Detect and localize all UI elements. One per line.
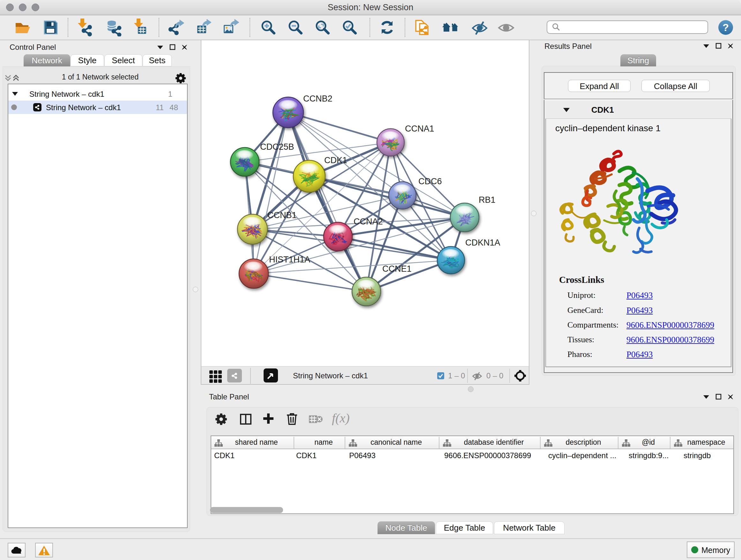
svg-text:RB1: RB1 [479, 195, 495, 205]
svg-text:CCNB2: CCNB2 [303, 94, 333, 104]
svg-text:CCNB1: CCNB1 [267, 210, 297, 220]
svg-text:CCNE1: CCNE1 [382, 264, 412, 273]
svg-text:CDK1: CDK1 [324, 155, 347, 165]
svg-text:CDC25B: CDC25B [260, 142, 294, 152]
svg-text:CCNA1: CCNA1 [405, 124, 434, 133]
svg-text:CDC6: CDC6 [418, 177, 442, 186]
svg-text:CCNA2: CCNA2 [354, 217, 383, 226]
svg-text:CDKN1A: CDKN1A [465, 238, 500, 247]
svg-text:HIST1H1A: HIST1H1A [269, 255, 310, 264]
